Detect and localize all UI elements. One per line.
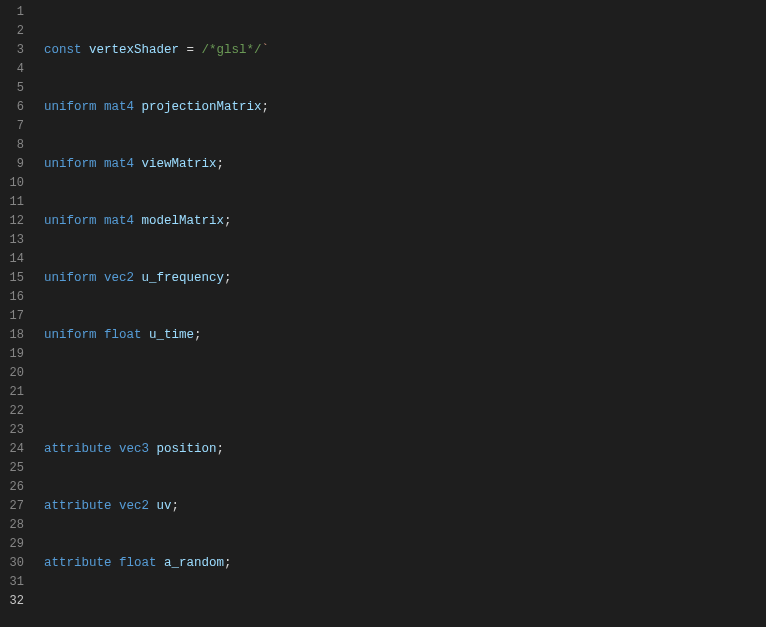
identifier: viewMatrix bbox=[142, 157, 217, 171]
line-number: 15 bbox=[0, 269, 24, 288]
keyword: const bbox=[44, 43, 82, 57]
type: vec3 bbox=[119, 442, 149, 456]
identifier: vertexShader bbox=[89, 43, 179, 57]
line-number: 21 bbox=[0, 383, 24, 402]
line-number: 30 bbox=[0, 554, 24, 573]
line-number: 14 bbox=[0, 250, 24, 269]
identifier: position bbox=[157, 442, 217, 456]
keyword: uniform bbox=[44, 271, 97, 285]
code-line[interactable] bbox=[44, 611, 766, 627]
type: float bbox=[104, 328, 142, 342]
type: float bbox=[119, 556, 157, 570]
punct: ; bbox=[224, 556, 232, 570]
line-number: 10 bbox=[0, 174, 24, 193]
code-line[interactable]: const vertexShader = /*glsl*/` bbox=[44, 41, 766, 60]
line-number: 1 bbox=[0, 3, 24, 22]
line-number: 32 bbox=[0, 592, 24, 611]
line-number: 28 bbox=[0, 516, 24, 535]
code-line[interactable]: uniform vec2 u_frequency; bbox=[44, 269, 766, 288]
string-delim: ` bbox=[262, 43, 270, 57]
punct: ; bbox=[172, 499, 180, 513]
line-number: 8 bbox=[0, 136, 24, 155]
code-line[interactable]: uniform mat4 modelMatrix; bbox=[44, 212, 766, 231]
line-number: 27 bbox=[0, 497, 24, 516]
keyword: attribute bbox=[44, 499, 112, 513]
punct: ; bbox=[217, 442, 225, 456]
punct: ; bbox=[194, 328, 202, 342]
line-number: 19 bbox=[0, 345, 24, 364]
identifier: modelMatrix bbox=[142, 214, 225, 228]
type: mat4 bbox=[104, 214, 134, 228]
code-line[interactable]: attribute float a_random; bbox=[44, 554, 766, 573]
comment: /*glsl*/ bbox=[202, 43, 262, 57]
code-line[interactable]: attribute vec2 uv; bbox=[44, 497, 766, 516]
identifier: projectionMatrix bbox=[142, 100, 262, 114]
line-number: 12 bbox=[0, 212, 24, 231]
line-number: 26 bbox=[0, 478, 24, 497]
line-number: 29 bbox=[0, 535, 24, 554]
line-number: 7 bbox=[0, 117, 24, 136]
punct: ; bbox=[262, 100, 270, 114]
line-number: 17 bbox=[0, 307, 24, 326]
line-number: 3 bbox=[0, 41, 24, 60]
line-number: 5 bbox=[0, 79, 24, 98]
code-line[interactable]: uniform mat4 viewMatrix; bbox=[44, 155, 766, 174]
keyword: uniform bbox=[44, 157, 97, 171]
line-number: 23 bbox=[0, 421, 24, 440]
type: mat4 bbox=[104, 157, 134, 171]
line-number: 4 bbox=[0, 60, 24, 79]
line-number: 18 bbox=[0, 326, 24, 345]
punct: ; bbox=[224, 214, 232, 228]
operator: = bbox=[187, 43, 195, 57]
type: vec2 bbox=[119, 499, 149, 513]
code-line[interactable]: uniform float u_time; bbox=[44, 326, 766, 345]
code-line[interactable]: attribute vec3 position; bbox=[44, 440, 766, 459]
line-number: 25 bbox=[0, 459, 24, 478]
type: vec2 bbox=[104, 271, 134, 285]
code-line[interactable]: uniform mat4 projectionMatrix; bbox=[44, 98, 766, 117]
keyword: uniform bbox=[44, 100, 97, 114]
line-number: 20 bbox=[0, 364, 24, 383]
code-line[interactable] bbox=[44, 383, 766, 402]
identifier: u_frequency bbox=[142, 271, 225, 285]
punct: ; bbox=[217, 157, 225, 171]
identifier: a_random bbox=[164, 556, 224, 570]
keyword: uniform bbox=[44, 328, 97, 342]
keyword: uniform bbox=[44, 214, 97, 228]
line-number: 16 bbox=[0, 288, 24, 307]
keyword: attribute bbox=[44, 556, 112, 570]
keyword: attribute bbox=[44, 442, 112, 456]
line-number: 24 bbox=[0, 440, 24, 459]
line-number-gutter: 1 2 3 4 5 6 7 8 9 10 11 12 13 14 15 16 1… bbox=[0, 0, 36, 627]
identifier: u_time bbox=[149, 328, 194, 342]
line-number: 13 bbox=[0, 231, 24, 250]
line-number: 31 bbox=[0, 573, 24, 592]
line-number: 11 bbox=[0, 193, 24, 212]
line-number: 9 bbox=[0, 155, 24, 174]
line-number: 22 bbox=[0, 402, 24, 421]
type: mat4 bbox=[104, 100, 134, 114]
code-area[interactable]: const vertexShader = /*glsl*/` uniform m… bbox=[36, 0, 766, 627]
line-number: 2 bbox=[0, 22, 24, 41]
punct: ; bbox=[224, 271, 232, 285]
line-number: 6 bbox=[0, 98, 24, 117]
identifier: uv bbox=[157, 499, 172, 513]
code-editor[interactable]: 1 2 3 4 5 6 7 8 9 10 11 12 13 14 15 16 1… bbox=[0, 0, 766, 627]
